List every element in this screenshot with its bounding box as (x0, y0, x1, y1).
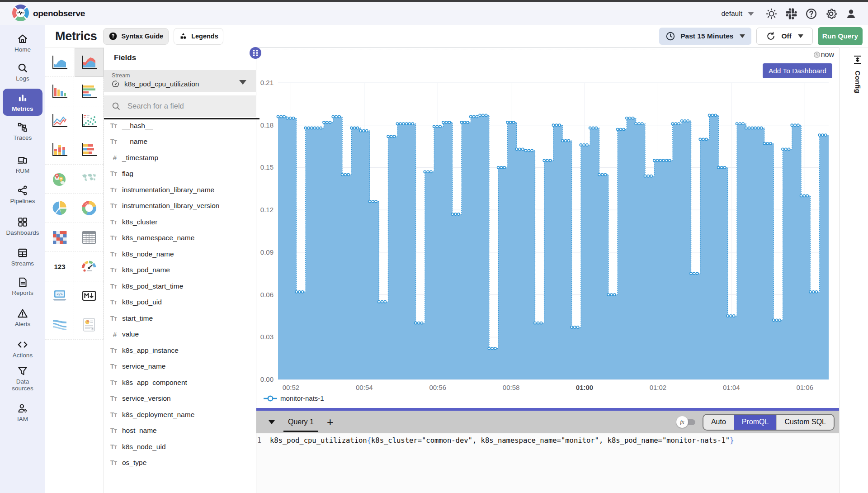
sidebar-item-dashboards[interactable]: Dashboards (0, 211, 45, 241)
field-name: __hash__ (122, 122, 153, 130)
field-item-host_name[interactable]: TThost_name (104, 423, 256, 439)
chart-type-h-bar[interactable] (75, 77, 104, 106)
chart-type-gauge[interactable] (75, 252, 104, 281)
chart-type-geomap[interactable] (45, 165, 74, 194)
stream-selector[interactable]: Stream k8s_pod_cpu_utilization (104, 70, 256, 92)
run-query-button[interactable]: Run Query (818, 27, 863, 45)
sidebar-item-traces[interactable]: Traces (0, 116, 45, 146)
field-item-k8s_cluster[interactable]: TTk8s_cluster (104, 214, 256, 230)
field-item-k8s_node_name[interactable]: TTk8s_node_name (104, 246, 256, 262)
logo[interactable]: openobserve (12, 5, 85, 23)
help-icon[interactable] (805, 8, 817, 20)
chart-type-sankey[interactable] (45, 311, 74, 340)
chart-type-heatmap[interactable] (45, 223, 74, 252)
sidebar-item-alerts[interactable]: Alerts (0, 302, 45, 332)
query-editor[interactable]: 1 k8s_pod_cpu_utilization{k8s_cluster="c… (256, 433, 839, 493)
panel-drag-handle[interactable] (250, 47, 261, 59)
field-name: host_name (122, 427, 157, 435)
chart-type-html-editor[interactable]: </> (45, 281, 74, 310)
field-item-k8s_node_uid[interactable]: TTk8s_node_uid (104, 439, 256, 455)
config-label: Config (854, 71, 862, 93)
field-item-__hash__[interactable]: TT__hash__ (104, 118, 256, 134)
field-name: k8s_pod_uid (122, 298, 162, 306)
mode-promql[interactable]: PromQL (734, 415, 777, 430)
chart-type-maps[interactable] (75, 165, 104, 194)
text-field-icon: TT (110, 186, 119, 194)
chart-type-markdown[interactable] (75, 281, 104, 310)
fx-toggle[interactable]: fx (676, 415, 696, 429)
svg-text:0.15: 0.15 (260, 163, 274, 171)
field-item-value[interactable]: #value (104, 327, 256, 343)
text-field-icon: TT (110, 137, 119, 146)
field-item-service_version[interactable]: TTservice_version (104, 391, 256, 407)
profile-icon[interactable] (845, 8, 857, 20)
slack-icon[interactable] (785, 8, 797, 20)
sidebar-item-metrics[interactable]: Metrics (3, 89, 42, 116)
chart-type-metric-text[interactable]: 123 (45, 252, 74, 281)
chart-type-donut[interactable] (75, 194, 104, 223)
field-item-instrumentation_library_version[interactable]: TTinstrumentation_library_version (104, 198, 256, 214)
mode-auto[interactable]: Auto (703, 415, 734, 430)
sidebar-item-pipelines[interactable]: Pipelines (0, 179, 45, 209)
chevron-down-icon (748, 12, 754, 16)
field-item-k8s_pod_start_time[interactable]: TTk8s_pod_start_time (104, 278, 256, 294)
chart-type-h-stacked-bar[interactable] (75, 136, 104, 165)
field-item-os_type[interactable]: TTos_type (104, 455, 256, 471)
legends-button[interactable]: Legends (174, 28, 223, 45)
field-item-flag[interactable]: TTflag (104, 166, 256, 182)
field-item-k8s_pod_uid[interactable]: TTk8s_pod_uid (104, 294, 256, 311)
field-item-_timestamp[interactable]: #_timestamp (104, 150, 256, 166)
chart-type-pie[interactable] (45, 194, 74, 223)
auto-refresh-selector[interactable]: Off (756, 28, 812, 45)
sidebar-item-home[interactable]: Home (0, 28, 45, 58)
logo-rings (12, 5, 29, 21)
metrics-chart[interactable]: 0.000.030.060.090.120.150.180.2100:5200:… (256, 48, 839, 392)
number-field-icon: # (110, 331, 119, 338)
chart-legend-item[interactable]: monitor-nats-1 (264, 394, 324, 402)
streams-icon (17, 247, 28, 259)
mode-custom-sql[interactable]: Custom SQL (777, 415, 834, 430)
sidebar-item-streams[interactable]: Streams (0, 242, 45, 272)
org-selector[interactable]: default (721, 9, 754, 18)
field-name: flag (122, 170, 133, 178)
svg-text:00:54: 00:54 (356, 384, 373, 391)
sidebar-item-reports[interactable]: Reports (0, 271, 45, 301)
field-item-k8s_deployment_name[interactable]: TTk8s_deployment_name (104, 407, 256, 423)
chart-type-scatter[interactable] (75, 106, 104, 135)
text-field-icon: TT (110, 266, 119, 274)
chart-type-bar[interactable] (45, 77, 74, 106)
field-item-__name__[interactable]: TT__name__ (104, 134, 256, 150)
chart-type-custom-chart[interactable] (75, 311, 104, 340)
field-item-k8s_namespace_name[interactable]: TTk8s_namespace_name (104, 230, 256, 246)
light-mode-icon[interactable] (765, 8, 778, 20)
sidebar-item-label: Actions (13, 352, 33, 359)
collapse-query-icon[interactable] (269, 420, 275, 424)
query-tab[interactable]: Query 1 (286, 411, 316, 433)
config-rail[interactable]: Config (839, 47, 868, 493)
chart-type-table[interactable] (75, 223, 104, 252)
chart-type-area[interactable] (45, 48, 74, 77)
settings-icon[interactable] (825, 8, 837, 20)
sidebar-item-iam[interactable]: IAM (0, 397, 45, 427)
field-item-service_name[interactable]: TTservice_name (104, 359, 256, 375)
field-item-k8s_app_component[interactable]: TTk8s_app_component (104, 374, 256, 391)
sidebar-item-data-sources[interactable]: Datasources (0, 359, 45, 397)
chart-type-stacked-bar[interactable] (45, 136, 74, 165)
sidebar-item-label: Datasources (12, 378, 33, 392)
sidebar-item-rum[interactable]: RUM (0, 149, 45, 179)
chevron-down-icon (239, 80, 246, 85)
syntax-guide-button[interactable]: Syntax Guide (103, 28, 169, 45)
field-item-instrumentation_library_name[interactable]: TTinstrumentation_library_name (104, 182, 256, 198)
add-query-button[interactable]: + (327, 417, 334, 427)
field-name: k8s_node_uid (122, 443, 166, 451)
field-item-k8s_pod_name[interactable]: TTk8s_pod_name (104, 262, 256, 279)
time-range-selector[interactable]: Past 15 Minutes (659, 28, 751, 45)
sidebar-item-logs[interactable]: Logs (0, 57, 45, 87)
chart-type-area-stacked[interactable] (75, 48, 104, 77)
field-item-start_time[interactable]: TTstart_time (104, 310, 256, 327)
promql-code[interactable]: k8s_pod_cpu_utilization{k8s_cluster="com… (270, 436, 734, 445)
chart-type-line[interactable] (45, 106, 74, 135)
field-item-k8s_app_instance[interactable]: TTk8s_app_instance (104, 342, 256, 359)
code-metric: k8s_pod_cpu_utilization (270, 436, 367, 445)
field-search-input[interactable]: Search for a field (104, 95, 256, 117)
